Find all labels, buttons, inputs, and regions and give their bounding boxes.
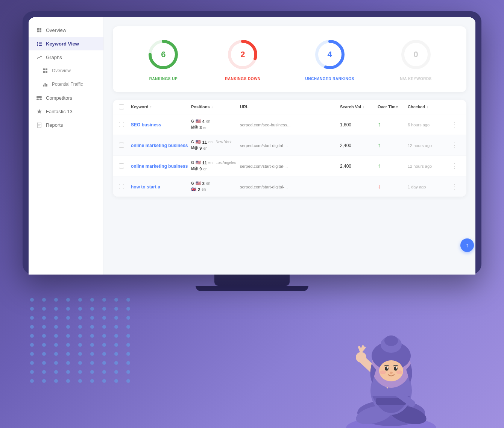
row-checkbox-2 (119, 163, 131, 168)
svg-rect-9 (39, 45, 42, 46)
engine-badge: Mⓓ (191, 166, 198, 172)
bar-chart-icon (42, 81, 48, 87)
row-checkbox-0 (119, 122, 131, 127)
svg-point-53 (394, 367, 398, 371)
grid-icon (36, 27, 42, 33)
screen: OverviewKeyword ViewGraphsOverviewPotent… (29, 17, 475, 275)
row-keyword-0[interactable]: SEO business (131, 121, 191, 128)
svg-marker-22 (37, 109, 42, 114)
stat-rankings-down: 2 RANKINGS DOWN (225, 38, 260, 81)
scroll-top-button[interactable]: ↑ (460, 238, 474, 252)
svg-rect-13 (46, 71, 47, 73)
row-url-2: serped.com/start-digital-... (240, 162, 340, 169)
select-all-checkbox[interactable] (119, 104, 124, 109)
checked-time: 6 hours ago (408, 123, 430, 127)
row-keyword-1[interactable]: online marketing business (131, 142, 191, 149)
row-positions-3: G🇺🇸3en🇬🇧2en (191, 181, 240, 192)
table-row: SEO businessG🇺🇸4enMⓓ3enserped.com/seo-bu… (113, 114, 466, 135)
sidebar-item-overview[interactable]: Overview (29, 23, 103, 37)
stat-value-unchanged: 4 (327, 50, 332, 59)
search-vol-value: 2,400 (340, 143, 351, 148)
position-entry: 🇬🇧2en (191, 187, 240, 192)
sidebar-item-keyword-view[interactable]: Keyword View (29, 37, 103, 50)
checked-time: 1 day ago (408, 185, 426, 189)
svg-point-57 (396, 370, 402, 374)
stat-value-na-keywords: 0 (413, 50, 418, 59)
row-url-3: serped.com/start-digital-... (240, 183, 340, 190)
row-checked-0: 6 hours ago (408, 121, 449, 128)
position-number: 4 (202, 119, 205, 124)
row-more-button-3[interactable]: ⋮ (449, 182, 460, 191)
sidebar-item-reports[interactable]: Reports (29, 118, 103, 132)
sidebar-item-fantastic-13[interactable]: Fantastic 13 (29, 105, 103, 118)
keyword-link-0[interactable]: SEO business (131, 122, 161, 127)
sort-icon-search-vol[interactable]: ↓ (363, 105, 364, 109)
row-search-vol-2: 2,400 (340, 162, 378, 169)
keyword-link-2[interactable]: online marketing business (131, 164, 188, 169)
header-positions[interactable]: Positions↓ (191, 105, 240, 109)
stat-na-keywords: 0 N/A KEYWORDS (399, 38, 433, 81)
sort-icon-keyword[interactable]: ↑ (150, 105, 152, 109)
stats-row: 6 RANKINGS UP 2 RANKINGS DOWN 4 UNCHANGE… (113, 26, 466, 92)
sort-icon-positions[interactable]: ↓ (211, 105, 213, 109)
header-search-vol[interactable]: Search Vol↓ (340, 105, 378, 109)
header-over-time: Over Time (378, 105, 408, 109)
engine-badge: G (191, 181, 194, 185)
svg-rect-5 (39, 42, 42, 42)
row-keyword-3[interactable]: how to start a (131, 183, 191, 190)
stat-label-rankings-down: RANKINGS DOWN (225, 77, 260, 81)
table-body: SEO businessG🇺🇸4enMⓓ3enserped.com/seo-bu… (113, 114, 466, 197)
engine-badge: Mⓓ (191, 146, 198, 151)
sidebar: OverviewKeyword ViewGraphsOverviewPotent… (29, 17, 104, 275)
sort-icon-checked[interactable]: ↓ (427, 105, 428, 109)
row-check-2[interactable] (119, 163, 124, 168)
svg-point-56 (380, 370, 386, 374)
row-check-1[interactable] (119, 143, 124, 148)
competitors-icon (36, 95, 42, 101)
row-more-button-0[interactable]: ⋮ (449, 120, 460, 129)
row-keyword-2[interactable]: online marketing business (131, 162, 191, 169)
monitor-stand (214, 275, 290, 286)
svg-rect-8 (37, 45, 38, 46)
position-entry: Mⓓ3en (191, 125, 240, 130)
svg-rect-14 (43, 85, 44, 87)
row-more-button-1[interactable]: ⋮ (449, 141, 460, 149)
keyword-link-3[interactable]: how to start a (131, 184, 160, 190)
svg-rect-20 (36, 99, 39, 100)
sidebar-item-competitors[interactable]: Competitors (29, 91, 103, 105)
header-keyword[interactable]: Keyword↑ (131, 105, 191, 109)
row-search-vol-0: 1,600 (340, 121, 378, 128)
stat-label-na-keywords: N/A KEYWORDS (400, 77, 432, 81)
donut-na-keywords: 0 (399, 38, 433, 71)
header-checked[interactable]: Checked↓ (408, 105, 449, 109)
engine-badge: Mⓓ (191, 125, 198, 130)
svg-point-50 (384, 335, 398, 346)
locale-text: en (203, 146, 207, 150)
locale-text: en (203, 126, 207, 130)
keyword-link-1[interactable]: online marketing business (131, 143, 188, 148)
row-checked-1: 12 hours ago (408, 142, 449, 149)
row-more-button-2[interactable]: ⋮ (449, 162, 460, 170)
svg-point-19 (38, 96, 40, 98)
svg-point-42 (356, 352, 366, 363)
svg-point-54 (387, 367, 388, 369)
svg-rect-25 (38, 124, 41, 125)
sidebar-item-potential-traffic[interactable]: Potential Traffic (29, 77, 103, 91)
url-text: serped.com/start-digital-... (240, 164, 288, 168)
row-check-3[interactable] (119, 184, 124, 189)
reports-icon (36, 122, 42, 128)
locale-text: en (208, 140, 213, 144)
svg-rect-21 (39, 99, 42, 100)
sidebar-item-graphs[interactable]: Graphs (29, 50, 103, 64)
position-entry: G🇺🇸4en (191, 119, 240, 124)
sidebar-item-graphs-overview[interactable]: Overview (29, 64, 103, 77)
engine-badge: G (191, 119, 194, 123)
donut-rankings-up: 6 (146, 38, 180, 71)
position-number: 9 (199, 146, 202, 150)
stat-value-rankings-up: 6 (161, 50, 165, 59)
checked-time: 12 hours ago (408, 164, 432, 168)
svg-point-52 (385, 367, 389, 371)
row-check-0[interactable] (119, 122, 124, 127)
position-entry: Mⓓ9en (191, 146, 240, 151)
url-text: serped.com/start-digital-... (240, 143, 288, 148)
